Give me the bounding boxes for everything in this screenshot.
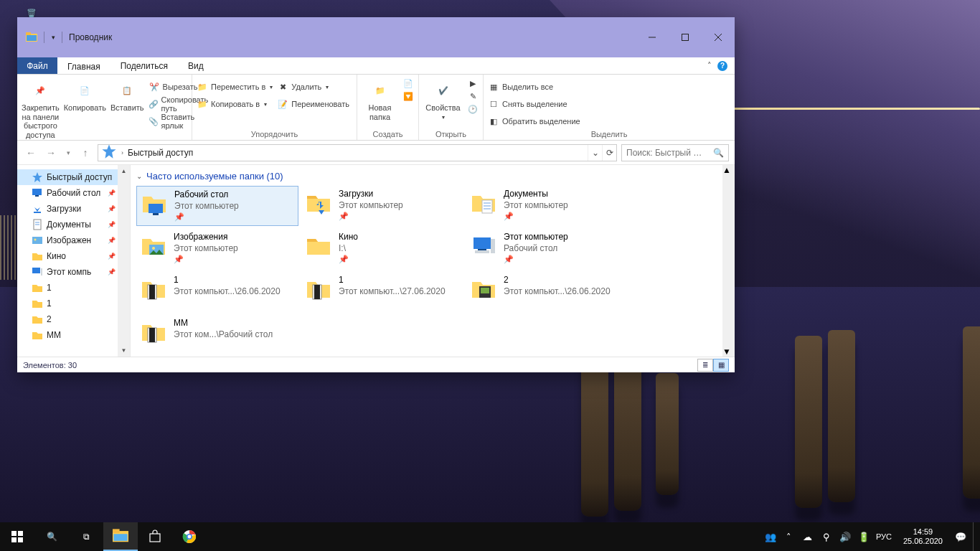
content-pane[interactable]: ⌄ Часто используемые папки (10) Рабочий … [131, 165, 735, 357]
delete-button[interactable]: ✖Удалить▾ [277, 79, 349, 95]
svg-rect-20 [41, 268, 42, 276]
star-icon [32, 171, 43, 183]
invert-selection-button[interactable]: ◧Обратить выделение [488, 113, 580, 129]
folder-item[interactable]: Загрузки Этот компьютер 📌 [301, 186, 463, 226]
edit-icon[interactable]: ✎ [467, 90, 479, 102]
nav-item-0[interactable]: Быстрый доступ [17, 169, 130, 185]
copy-to-button[interactable]: 📁Копировать в▾ [197, 96, 273, 112]
collapse-ribbon-icon[interactable]: ˄ [707, 61, 712, 70]
help-icon[interactable]: ? [717, 61, 727, 71]
taskbar-store[interactable] [138, 522, 172, 551]
pin-to-quick-access[interactable]: 📌 Закрепить на панели быстрого доступа [22, 76, 60, 140]
search-button[interactable]: 🔍 [34, 522, 69, 551]
desktop-icon [140, 189, 169, 218]
onedrive-icon[interactable]: ☁ [801, 522, 814, 551]
action-center-icon[interactable]: 💬 [954, 522, 967, 551]
tab-home[interactable]: Главная [57, 57, 110, 74]
folder-icon [304, 232, 333, 260]
deselect-button[interactable]: ☐Снять выделение [488, 96, 580, 112]
properties-button[interactable]: ✔️ Свойства▾ [423, 76, 463, 121]
search-input[interactable]: Поиск: Быстрый … 🔍 [621, 144, 729, 161]
tray-overflow[interactable]: ˄ [783, 522, 796, 551]
people-icon[interactable]: 👥 [764, 522, 777, 551]
folder-item[interactable]: 1 Этот компьют...\26.06.2020 [136, 272, 298, 312]
up-button[interactable]: ↑ [77, 145, 93, 161]
copy-icon: 📄 [73, 79, 96, 102]
forward-button[interactable]: → [43, 145, 59, 161]
svg-rect-41 [149, 328, 155, 342]
tab-view[interactable]: Вид [178, 57, 214, 74]
folder-icon [32, 329, 43, 341]
tab-file[interactable]: Файл [17, 57, 57, 74]
paste-button[interactable]: 📋 Вставить [110, 76, 144, 113]
folder-item[interactable]: 1 Этот компьют...\27.06.2020 [301, 272, 463, 312]
select-all-icon: ▦ [488, 81, 499, 93]
history-icon[interactable]: 🕑 [467, 103, 479, 115]
pictures-icon [139, 232, 168, 260]
folder-item[interactable]: Этот компьютер Рабочий стол 📌 [466, 229, 628, 269]
status-bar: Элементов: 30 ≣ ▦ [17, 357, 735, 372]
nav-item-10[interactable]: ММ [17, 327, 130, 343]
details-view-button[interactable]: ≣ [697, 359, 713, 372]
tiles-view-button[interactable]: ▦ [713, 359, 729, 372]
nav-item-2[interactable]: Загрузки📌 [17, 201, 130, 217]
close-button[interactable] [702, 27, 735, 48]
start-button[interactable] [0, 522, 34, 551]
breadcrumb-bar[interactable]: › Быстрый доступ ⌄ ⟳ [98, 144, 617, 161]
svg-rect-43 [18, 531, 23, 536]
refresh-button[interactable]: ⟳ [602, 145, 616, 161]
maximize-button[interactable] [669, 27, 702, 48]
content-scrollbar[interactable]: ▲ ▼ [722, 165, 735, 357]
easy-access-icon[interactable]: 🔽 [402, 90, 414, 102]
svg-rect-19 [32, 268, 40, 273]
nav-item-8[interactable]: 1 [17, 296, 130, 311]
folder-item[interactable]: 2 Этот компьют...\26.06.2020 [466, 272, 628, 312]
volume-icon[interactable]: 🔊 [839, 522, 852, 551]
nav-item-9[interactable]: 2 [17, 311, 130, 327]
new-folder-button[interactable]: 📁 Новая папка [362, 76, 398, 121]
nav-item-1[interactable]: Рабочий стол📌 [17, 185, 130, 201]
folder-item[interactable]: Кино I:\ 📌 [301, 229, 463, 269]
window-title: Проводник [69, 32, 112, 42]
svg-rect-21 [149, 204, 163, 213]
nav-item-3[interactable]: Документы📌 [17, 217, 130, 232]
folder-item[interactable]: Изображения Этот компьютер 📌 [136, 229, 298, 269]
svg-rect-48 [113, 534, 127, 541]
tab-share[interactable]: Поделиться [110, 57, 178, 74]
minimize-button[interactable] [636, 27, 669, 48]
new-item-icon[interactable]: 📄 [402, 77, 414, 89]
folder-item[interactable]: ММ Этот ком...\Рабочий стол [136, 315, 298, 355]
quick-access-icon [101, 143, 117, 161]
titlebar[interactable]: ▾ Проводник [17, 17, 735, 57]
open-icon[interactable]: ▶ [467, 77, 479, 89]
show-desktop-button[interactable] [973, 522, 977, 551]
breadcrumb-item[interactable]: Быстрый доступ [128, 148, 193, 158]
taskbar-chrome[interactable] [172, 522, 207, 551]
nav-item-7[interactable]: 1 [17, 280, 130, 296]
address-dropdown[interactable]: ⌄ [588, 145, 602, 161]
nav-item-5[interactable]: Кино📌 [17, 248, 130, 264]
move-to-button[interactable]: 📁Переместить в▾ [197, 79, 273, 95]
network-icon[interactable]: ⚲ [820, 522, 833, 551]
address-bar: ← → ▾ ↑ › Быстрый доступ ⌄ ⟳ Поиск: Быст… [17, 141, 735, 165]
nav-scrollbar[interactable]: ▲ ▼ [118, 165, 130, 357]
folder-item[interactable]: Документы Этот компьютер 📌 [466, 186, 628, 226]
battery-icon[interactable]: 🔋 [857, 522, 870, 551]
quick-access-toolbar-menu[interactable]: ▾ [47, 17, 60, 57]
recent-locations-button[interactable]: ▾ [63, 145, 73, 161]
svg-rect-37 [314, 285, 320, 299]
clock[interactable]: 14:59 25.06.2020 [897, 527, 948, 546]
back-button[interactable]: ← [23, 145, 39, 161]
svg-rect-45 [18, 537, 23, 542]
language-indicator[interactable]: РУС [876, 522, 892, 551]
select-all-button[interactable]: ▦Выделить все [488, 79, 580, 95]
svg-marker-7 [102, 144, 116, 158]
taskbar-explorer[interactable] [103, 522, 138, 551]
folder-item[interactable]: Рабочий стол Этот компьютер 📌 [136, 186, 298, 226]
section-header[interactable]: ⌄ Часто используемые папки (10) [131, 165, 735, 186]
nav-item-4[interactable]: Изображен📌 [17, 232, 130, 248]
task-view-button[interactable]: ⧉ [69, 522, 103, 551]
rename-button[interactable]: 📝Переименовать [277, 96, 349, 112]
nav-item-6[interactable]: Этот компь📌 [17, 264, 130, 280]
copy-button[interactable]: 📄 Копировать [64, 76, 106, 113]
